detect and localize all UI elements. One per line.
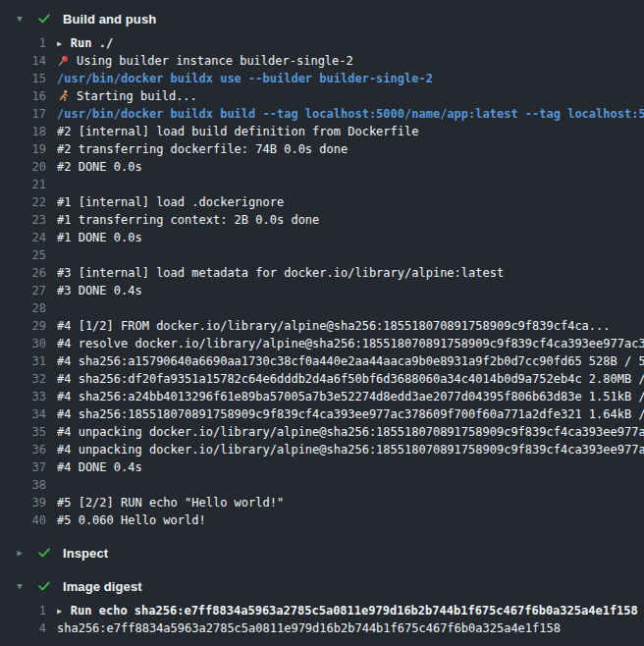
log-line: 14Using builder instance builder-single-… [0,52,644,70]
line-number[interactable]: 19 [0,140,46,158]
line-text: Starting build... [57,87,644,105]
line-text: #4 sha256:df20fa9351a15782c64e6dddb2d4a6… [57,370,644,388]
log-line: 36#4 unpacking docker.io/library/alpine@… [0,441,644,458]
step-section-build-and-push: ▼Build and push1▶Run ./14Using builder i… [0,6,644,532]
line-number[interactable]: 40 [0,511,46,529]
log-line: 24#1 DONE 0.0s [0,229,644,246]
chevron-down-icon: ▼ [14,580,26,592]
line-text-content: #4 sha256:a15790640a6690aa1730c38cf0a440… [57,354,644,368]
line-number[interactable]: 37 [0,458,46,476]
log-line: 19#2 transferring dockerfile: 74B 0.0s d… [0,140,644,158]
line-text-content: #5 [2/2] RUN echo "Hello world!" [57,496,284,510]
pushpin-icon [57,54,70,67]
line-number[interactable]: 32 [0,370,46,388]
log-line: 16Starting build... [0,87,644,105]
step-header-image-digest[interactable]: ▼Image digest [0,573,644,599]
line-text: #2 transferring dockerfile: 74B 0.0s don… [57,140,644,158]
chevron-right-icon: ▶ [14,547,26,559]
line-text-content: #4 sha256:df20fa9351a15782c64e6dddb2d4a6… [57,372,644,386]
line-number[interactable]: 14 [0,52,46,70]
line-number[interactable]: 28 [0,299,46,317]
line-text: ▶Run echo sha256:e7ff8834a5963a2785c5a08… [57,602,644,619]
line-text: #5 0.060 Hello world! [57,511,644,529]
line-text-content: Starting build... [77,89,197,103]
log-line: 27#3 DONE 0.4s [0,282,644,299]
line-text: ▶Run ./ [57,34,644,52]
line-number[interactable]: 24 [0,229,46,246]
log-line: 37#4 DONE 0.4s [0,458,644,476]
line-text: Using builder instance builder-single-2 [57,52,644,70]
log-line: 1▶Run echo sha256:e7ff8834a5963a2785c5a0… [0,602,644,619]
line-text: #4 sha256:a24bb4013296f61e89ba57005a7b3e… [57,388,644,405]
line-text: #3 DONE 0.4s [57,282,644,299]
line-number[interactable]: 38 [0,476,46,494]
line-number[interactable]: 25 [0,246,46,264]
step-header-build-and-push[interactable]: ▼Build and push [0,6,644,31]
line-text: #2 [internal] load build definition from… [57,123,644,140]
log-line: 25 [0,246,644,264]
step-title: Image digest [63,579,142,594]
line-text-content: sha256:e7ff8834a5963a2785c5a0811e979d16b… [57,621,561,635]
chevron-right-icon[interactable]: ▶ [57,603,62,619]
log-line: 29#4 [1/2] FROM docker.io/library/alpine… [0,317,644,335]
line-number[interactable]: 1 [0,602,46,619]
line-number[interactable]: 4 [0,619,46,637]
step-section-image-digest: ▼Image digest1▶Run echo sha256:e7ff8834a… [0,573,644,640]
line-number[interactable]: 33 [0,388,46,405]
line-text-content: #1 transferring context: 2B 0.0s done [57,213,319,227]
log-line: 1▶Run ./ [0,34,644,52]
line-text [57,476,644,494]
log-line: 31#4 sha256:a15790640a6690aa1730c38cf0a4… [0,352,644,370]
line-text-content: /usr/bin/docker buildx use --builder bui… [57,72,433,85]
line-text [57,176,644,193]
line-text: #4 sha256:185518070891758909c9f839cf4ca3… [57,405,644,423]
step-log-body: 1▶Run ./14Using builder instance builder… [0,31,644,532]
line-number[interactable]: 30 [0,335,46,352]
log-line: 35#4 unpacking docker.io/library/alpine@… [0,423,644,441]
line-text-content: /usr/bin/docker buildx build --tag local… [57,107,644,121]
line-number[interactable]: 23 [0,211,46,229]
line-number[interactable]: 15 [0,70,46,87]
runner-icon [57,89,70,102]
line-number[interactable]: 35 [0,423,46,441]
check-icon [37,12,51,26]
log-line: 39#5 [2/2] RUN echo "Hello world!" [0,494,644,511]
log-line: 30#4 resolve docker.io/library/alpine@sh… [0,335,644,352]
line-text-content: Using builder instance builder-single-2 [77,54,353,68]
check-icon [37,546,51,560]
line-number[interactable]: 22 [0,193,46,211]
line-number[interactable]: 18 [0,123,46,140]
log-line: 38 [0,476,644,494]
log-line: 20#2 DONE 0.0s [0,158,644,176]
line-text [57,246,644,264]
line-text: /usr/bin/docker buildx build --tag local… [57,105,644,123]
status-success-badge [37,579,51,593]
line-text-content: #4 sha256:185518070891758909c9f839cf4ca3… [57,407,644,421]
line-number[interactable]: 29 [0,317,46,335]
line-text-content: #3 [internal] load metadata for docker.i… [57,266,504,280]
line-number[interactable]: 20 [0,158,46,176]
line-text-content: #1 [internal] load .dockerignore [57,195,284,209]
line-number[interactable]: 36 [0,441,46,458]
line-number[interactable]: 39 [0,494,46,511]
step-header-inspect[interactable]: ▶Inspect [0,540,644,565]
line-text: #4 sha256:a15790640a6690aa1730c38cf0a440… [57,352,644,370]
line-number[interactable]: 16 [0,87,46,105]
line-text: #4 resolve docker.io/library/alpine@sha2… [57,335,644,352]
line-text-content: #3 DONE 0.4s [57,284,142,297]
log-line: 17/usr/bin/docker buildx build --tag loc… [0,105,644,123]
line-number[interactable]: 1 [0,34,46,52]
line-number[interactable]: 34 [0,405,46,423]
line-number[interactable]: 21 [0,176,46,193]
log-line: 23#1 transferring context: 2B 0.0s done [0,211,644,229]
line-number[interactable]: 17 [0,105,46,123]
line-text: /usr/bin/docker buildx use --builder bui… [57,70,644,87]
line-text-content: #4 unpacking docker.io/library/alpine@sh… [57,425,644,439]
line-number[interactable]: 31 [0,352,46,370]
chevron-right-icon[interactable]: ▶ [57,35,62,52]
line-number[interactable]: 27 [0,282,46,299]
line-text-content: Run ./ [71,36,113,50]
line-text: #2 DONE 0.0s [57,158,644,176]
step-section-inspect: ▶Inspect [0,540,644,565]
line-number[interactable]: 26 [0,264,46,282]
